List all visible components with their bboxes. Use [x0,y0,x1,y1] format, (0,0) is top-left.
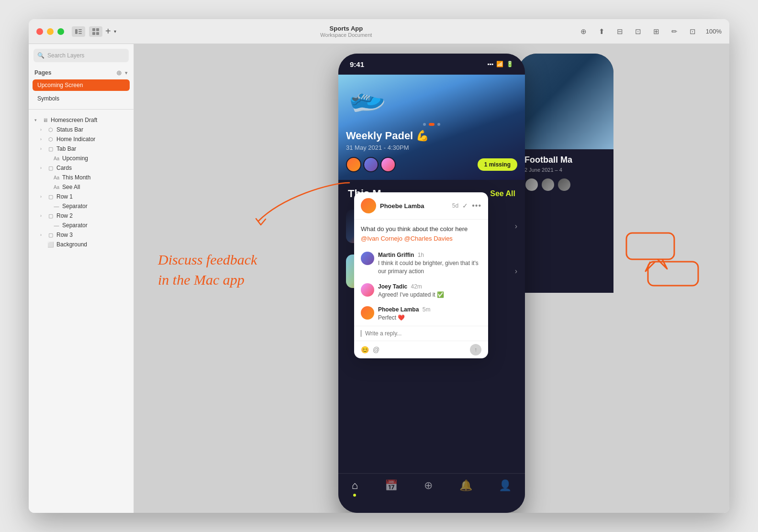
layer-see-all-text[interactable]: › Aa See All [29,182,134,192]
wifi-icon: 📶 [496,61,503,67]
reply-time-martin: 1h [418,252,424,258]
svg-rect-6 [92,32,95,35]
comment-header: Phoebe Lamba 5d ✓ ••• [354,192,488,220]
tab-notifications[interactable]: 🔔 [459,479,472,492]
reply-content-martin: Martin Griffin 1h I think it could be br… [378,252,481,276]
svg-rect-5 [96,28,99,31]
search-bar[interactable]: 🔍 Search Layers [33,49,129,62]
reply-avatar-joey [361,283,374,297]
profile-icon: 👤 [499,479,512,492]
sidebar-toggle-button[interactable] [72,26,85,37]
sidebar-item-upcoming-screen[interactable]: Upcoming Screen [33,79,130,91]
carousel-dot-active [429,123,435,126]
reply-time-phoebe-2: 5m [423,306,431,313]
layer-row-2[interactable]: › ▢ Row 2 [29,211,134,221]
mention-icon[interactable]: @ [373,346,379,354]
group-icon: ▢ [47,165,55,171]
chevron-right-icon: › [40,137,45,142]
tab-add[interactable]: ⊕ [424,479,433,492]
upload-icon[interactable]: ⬆ [597,26,607,37]
comment-timestamp: 5d [452,202,458,209]
chat-bubble-decoration [624,231,701,290]
traffic-lights [36,28,64,35]
reply-text-martin: I think it could be brighter, given that… [378,259,481,276]
layer-cards[interactable]: › ▢ Cards [29,163,134,173]
layer-upcoming-text[interactable]: › Aa Upcoming [29,154,134,163]
layer-tab-bar[interactable]: › ▢ Tab Bar [29,144,134,154]
missing-badge[interactable]: 1 missing [478,158,517,171]
send-button[interactable]: ↑ [470,344,481,355]
add-button[interactable]: + [105,26,111,37]
layer-homescreen-draft[interactable]: ▾ 🖥 Homescreen Draft [29,115,134,125]
pen-icon[interactable]: ✏ [669,26,680,37]
symbol-icon: ⬡ [47,136,55,143]
resolve-icon[interactable]: ✓ [462,202,468,210]
chevron-right-icon: › [40,233,45,237]
feedback-line-1: Discuss feedback [158,250,257,270]
reply-author-martin: Martin Griffin 1h [378,252,481,258]
target-icon[interactable]: ⊕ [579,26,589,37]
svg-rect-2 [78,31,82,32]
secondary-event-title: Football Ma [518,149,613,167]
hero-avatars: 1 missing [346,157,517,172]
minimize-button[interactable] [47,28,54,35]
see-all-button[interactable]: See All [490,189,515,198]
hero-event-title: Weekly Padel 💪 [346,130,517,142]
hero-section: 👟 Weekly Padel 💪 31 May 2021 - 4:30PM [338,75,525,180]
filter-icon[interactable]: ⊟ [615,26,625,37]
comment-author-name: Phoebe Lamba [380,202,448,210]
close-button[interactable] [36,28,43,35]
reply-input[interactable] [365,330,481,337]
layer-background[interactable]: › ⬜ Background [29,240,134,249]
resize-icon[interactable]: ⊡ [688,26,698,37]
view-toggle-buttons [72,26,102,37]
tab-profile[interactable]: 👤 [499,479,512,492]
add-page-button[interactable]: ⊕ [116,69,122,77]
layer-this-month-text[interactable]: › Aa This Month [29,173,134,182]
signal-icon: ▪▪▪ [487,61,493,67]
avatar-3 [380,157,396,172]
add-dropdown-icon[interactable]: ▾ [114,29,116,34]
mention-2[interactable]: @Charles Davies [404,235,453,242]
status-time: 9:41 [350,60,364,68]
layer-separator-2[interactable]: › — Separator [29,221,134,230]
camera-icon[interactable]: ⊡ [633,26,644,37]
layer-separator-1[interactable]: › — Separator [29,201,134,211]
monitor-icon: 🖥 [41,117,49,123]
tab-home[interactable]: ⌂ [352,479,358,497]
reply-avatar-martin [361,252,374,265]
grid-view-button[interactable] [89,26,102,37]
chevron-right-icon: › [40,127,45,132]
titlebar: + ▾ Sports App Workspace Document ⊕ ⬆ ⊟ … [29,19,729,44]
maximize-button[interactable] [57,28,64,35]
reply-avatar-phoebe-2 [361,306,374,320]
search-input-placeholder: Search Layers [47,52,84,59]
carousel-dot [423,123,426,126]
battery-icon: 🔋 [506,61,513,67]
pages-expand-icon[interactable]: ▾ [125,70,128,76]
plus-circle-icon: ⊕ [424,479,433,492]
line-icon: — [53,222,60,228]
svg-rect-9 [648,262,698,286]
tab-calendar[interactable]: 📅 [385,479,398,492]
reply-author-phoebe-2: Phoebe Lamba 5m [378,306,481,313]
layer-status-bar[interactable]: › ⬡ Status Bar [29,125,134,134]
emoji-icon[interactable]: 😊 [361,346,369,354]
tab-active-indicator [353,494,356,497]
layer-home-indicator[interactable]: › ⬡ Home Indicator [29,134,134,144]
secondary-phone-mockup: Football Ma 2 June 2021 – 4 [518,54,613,293]
comment-input-area[interactable] [354,326,488,341]
layer-row-1[interactable]: › ▢ Row 1 [29,192,134,201]
more-options-icon[interactable]: ••• [472,201,481,210]
zoom-label[interactable]: 100% [706,28,722,35]
mention-1[interactable]: @Ivan Cornejo [361,235,402,242]
shape-icon: ⬜ [47,242,55,248]
sidebar-item-symbols[interactable]: Symbols [33,93,130,104]
svg-rect-7 [96,32,99,35]
layer-row-3[interactable]: › ▢ Row 3 [29,230,134,240]
svg-rect-8 [626,233,674,259]
group-icon: ▢ [47,232,55,238]
comment-message: What do you think about the color here [361,225,468,233]
frame-icon[interactable]: ⊞ [651,26,662,37]
comment-bottom-toolbar: 😊 @ ↑ [354,341,488,358]
